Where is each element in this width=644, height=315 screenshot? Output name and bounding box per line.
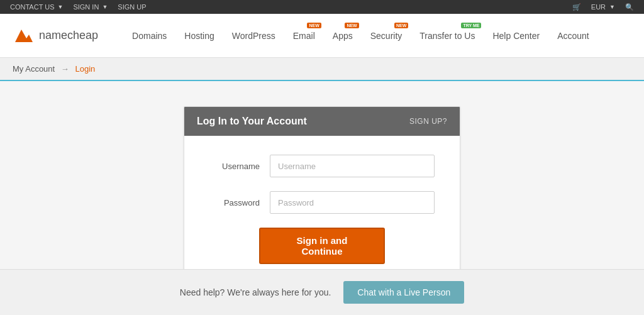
contact-us-link[interactable]: CONTACT US ▼ bbox=[10, 3, 63, 11]
username-label: Username bbox=[209, 162, 260, 171]
logo-icon bbox=[13, 25, 35, 47]
nav-account[interactable]: Account bbox=[548, 14, 598, 58]
nav-security[interactable]: Security NEW bbox=[362, 14, 411, 58]
sign-in-link[interactable]: SIGN IN ▼ bbox=[73, 3, 108, 11]
signin-button[interactable]: Sign in and Continue bbox=[259, 228, 385, 264]
breadcrumb: My Account → Login bbox=[0, 58, 644, 81]
breadcrumb-home: My Account bbox=[13, 64, 55, 74]
top-bar: CONTACT US ▼ SIGN IN ▼ SIGN UP 🛒 EUR ▼ 🔍 bbox=[0, 0, 644, 14]
main-nav: namecheap Domains Hosting WordPress Emai… bbox=[0, 14, 644, 58]
breadcrumb-arrow: → bbox=[61, 64, 69, 74]
login-header: Log In to Your Account SIGN UP? bbox=[184, 107, 460, 136]
breadcrumb-current[interactable]: Login bbox=[75, 64, 95, 74]
search-icon[interactable]: 🔍 bbox=[625, 3, 634, 11]
signin-caret-icon: ▼ bbox=[102, 4, 108, 10]
apps-new-badge: NEW bbox=[345, 23, 358, 28]
nav-items: Domains Hosting WordPress Email NEW Apps… bbox=[123, 14, 631, 58]
password-label: Password bbox=[209, 198, 260, 207]
nav-email[interactable]: Email NEW bbox=[284, 14, 324, 58]
password-row: Password bbox=[209, 191, 435, 214]
currency-caret-icon: ▼ bbox=[609, 4, 615, 10]
top-bar-right: 🛒 EUR ▼ 🔍 bbox=[572, 3, 634, 11]
password-input[interactable] bbox=[270, 191, 435, 214]
contact-caret-icon: ▼ bbox=[58, 4, 64, 10]
sign-up-link[interactable]: SIGN UP bbox=[118, 3, 146, 11]
login-title: Log In to Your Account bbox=[197, 116, 307, 127]
chat-button[interactable]: Chat with a Live Person bbox=[343, 281, 464, 304]
transfer-tryme-badge: TRY ME bbox=[461, 23, 481, 28]
nav-hosting[interactable]: Hosting bbox=[175, 14, 223, 58]
username-input[interactable] bbox=[270, 155, 435, 177]
email-new-badge: NEW bbox=[307, 23, 321, 28]
nav-apps[interactable]: Apps NEW bbox=[324, 14, 362, 58]
nav-transfer[interactable]: Transfer to Us TRY ME bbox=[411, 14, 484, 58]
security-new-badge: NEW bbox=[394, 23, 408, 28]
logo-link[interactable]: namecheap bbox=[13, 25, 98, 47]
help-bar: Need help? We're always here for you. Ch… bbox=[0, 269, 644, 315]
help-text: Need help? We're always here for you. bbox=[180, 287, 331, 297]
currency-selector[interactable]: EUR ▼ bbox=[591, 3, 615, 11]
username-row: Username bbox=[209, 155, 435, 177]
signup-link[interactable]: SIGN UP? bbox=[409, 117, 447, 126]
nav-wordpress[interactable]: WordPress bbox=[223, 14, 284, 58]
nav-domains[interactable]: Domains bbox=[123, 14, 175, 58]
logo-text: namecheap bbox=[39, 29, 98, 42]
nav-help[interactable]: Help Center bbox=[484, 14, 548, 58]
cart-icon[interactable]: 🛒 bbox=[572, 3, 581, 11]
